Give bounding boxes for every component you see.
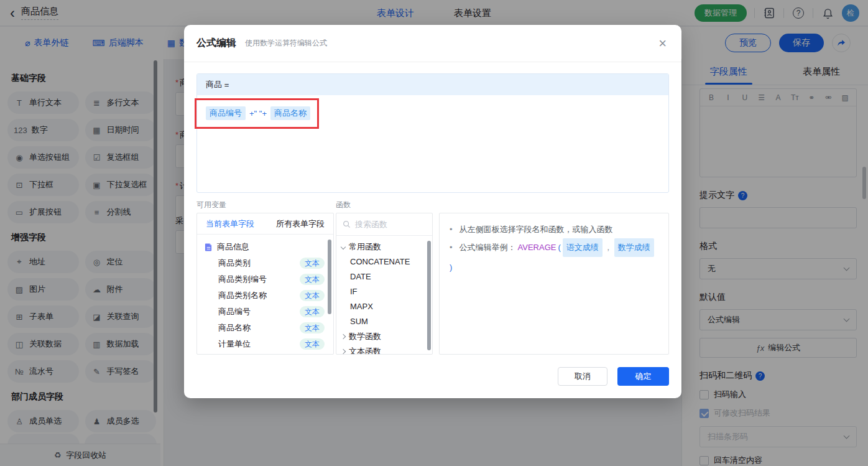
formula-equals: = — [224, 80, 229, 90]
variable-field-name: 商品名称 — [218, 322, 251, 333]
formula-editor-modal: 公式编辑 使用数学运算符编辑公式 × 商品 = 商品编号 +" "+ 商品名称 … — [184, 25, 681, 398]
function-group[interactable]: 文本函数 — [336, 344, 432, 355]
variable-field-row[interactable]: 计量单位 文本 — [197, 336, 333, 352]
chevron-icon — [341, 334, 346, 339]
formula-token[interactable]: 商品名称 — [270, 106, 310, 120]
function-item[interactable]: IF — [336, 284, 432, 299]
variables-tab[interactable]: 当前表单字段 — [206, 218, 254, 230]
bullet: • — [450, 239, 453, 256]
search-icon — [343, 220, 351, 228]
variable-field-name: 计量单位 — [218, 338, 251, 350]
search-placeholder: 搜索函数 — [355, 219, 387, 230]
close-icon[interactable]: × — [658, 36, 667, 51]
document-icon — [205, 243, 213, 251]
variable-field-row[interactable]: 商品名称 文本 — [197, 320, 333, 336]
variables-tab[interactable]: 所有表单字段 — [276, 218, 325, 230]
field-type-tag: 文本 — [300, 258, 325, 269]
chevron-icon — [341, 245, 346, 249]
function-group-label: 数学函数 — [349, 331, 381, 342]
example-field-chip: 数学成绩 — [614, 238, 654, 257]
variable-field-row[interactable]: 商品类别编号 文本 — [197, 271, 333, 287]
hint-example-label: 公式编辑举例： — [459, 239, 516, 256]
modal-title: 公式编辑 — [196, 37, 236, 50]
function-item[interactable]: CONCATENATE — [336, 254, 432, 269]
hint-line-1: 从左侧面板选择字段名和函数，或输入函数 — [459, 221, 613, 238]
field-type-tag: 文本 — [300, 306, 325, 317]
variables-scrollbar[interactable] — [328, 240, 331, 314]
field-type-tag: 文本 — [300, 338, 325, 350]
variables-label: 可用变量 — [196, 200, 226, 210]
variable-field-name: 商品编号 — [218, 306, 251, 317]
formula-expression: 商品编号 +" "+ 商品名称 — [197, 95, 668, 131]
formula-target-bar: 商品 = — [197, 74, 668, 95]
function-group-label: 文本函数 — [349, 346, 381, 355]
formula-token[interactable]: 商品编号 — [206, 106, 246, 120]
functions-panel: 搜索函数 常用函数 CONCATENATE DATE IF MAPX SUM — [336, 213, 433, 355]
variable-field-row[interactable]: 商品类别名称 文本 — [197, 287, 333, 304]
form-tree-root[interactable]: 商品信息 — [197, 239, 333, 255]
cancel-button[interactable]: 取消 — [558, 367, 607, 386]
example-function-name: AVERAGE — [518, 239, 556, 256]
formula-token[interactable]: +" "+ — [249, 109, 267, 118]
form-name: 商品信息 — [217, 241, 249, 253]
function-search[interactable]: 搜索函数 — [336, 213, 432, 236]
example-field-chip: 语文成绩 — [563, 238, 603, 257]
variables-panel: 当前表单字段 所有表单字段 商品信息 商品类别 文本 商品类别编号 — [196, 213, 334, 355]
field-type-tag: 文本 — [300, 274, 325, 285]
function-group[interactable]: 数学函数 — [336, 329, 432, 344]
confirm-button[interactable]: 确定 — [617, 367, 669, 386]
function-item[interactable]: MAPX — [336, 299, 432, 314]
variable-field-name: 商品类别编号 — [218, 274, 267, 285]
variable-field-name: 商品类别 — [218, 258, 251, 269]
function-item[interactable]: SUM — [336, 314, 432, 329]
variable-field-name: 商品类别名称 — [218, 290, 267, 301]
hints-panel: • 从左侧面板选择字段名和函数，或输入函数 • 公式编辑举例： AVERAGE … — [439, 213, 669, 355]
modal-subtitle: 使用数学运算符编辑公式 — [245, 38, 327, 49]
variable-field-row[interactable]: 商品类别 文本 — [197, 255, 333, 271]
variable-field-row[interactable]: 商品编号 文本 — [197, 304, 333, 320]
formula-target-field: 商品 — [206, 79, 222, 90]
field-type-tag: 文本 — [300, 322, 325, 333]
function-item[interactable]: DATE — [336, 269, 432, 284]
functions-scrollbar[interactable] — [427, 241, 431, 350]
formula-editor-area[interactable]: 商品 = 商品编号 +" "+ 商品名称 — [196, 73, 669, 193]
chevron-icon — [341, 349, 346, 354]
function-group-label: 常用函数 — [349, 241, 381, 253]
field-type-tag: 文本 — [300, 290, 325, 301]
function-group[interactable]: 常用函数 — [336, 240, 432, 254]
bullet: • — [450, 221, 453, 238]
functions-label: 函数 — [336, 200, 351, 210]
